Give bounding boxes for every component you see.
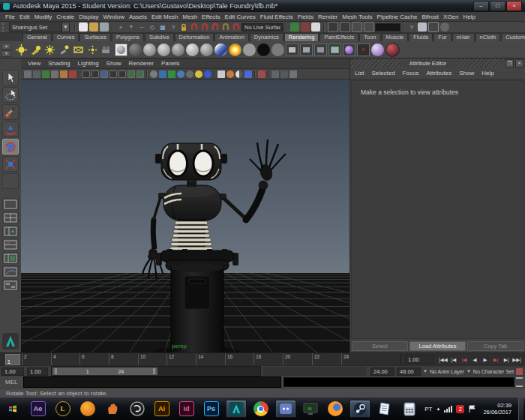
last-tool-slot[interactable] [2,173,19,189]
batch-render-icon[interactable] [343,44,356,56]
maximize-button[interactable]: □ [490,1,506,11]
menu-pipeline-cache[interactable]: Pipeline Cache [375,14,420,20]
ae-menu-selected[interactable]: Selected [371,70,399,76]
shelf-tab-animation[interactable]: Animation [214,33,248,41]
taskbar-chrome-button[interactable] [248,398,273,420]
grease-pencil-icon[interactable] [69,70,76,78]
xray-icon[interactable] [226,70,234,78]
shelf-tab-fur[interactable]: Fur [434,33,451,41]
time-ruler[interactable]: 2 4 6 8 10 12 14 16 18 20 22 24 1 [0,353,401,366]
material-sphere-6[interactable] [200,44,213,56]
network-icon[interactable] [444,406,452,412]
resolution-gate-icon[interactable] [92,70,99,78]
shaded-sphere-icon[interactable] [371,44,384,56]
shelf-tab-general[interactable]: General [22,33,52,41]
render-settings-icon[interactable] [364,22,374,32]
open-scene-icon[interactable] [89,22,98,32]
range-slider-track[interactable]: 1 24 [51,366,261,376]
render-current-frame-icon[interactable] [340,22,350,32]
shelf-tab-curves[interactable]: Curves [52,33,80,41]
step-forward-frame-button[interactable]: ▶| [501,354,512,365]
shelf-tab-nhair[interactable]: nHair [452,33,475,41]
character-set-dropdown[interactable]: No Character Set [473,369,514,374]
viewport-menu-show[interactable]: Show [103,60,125,67]
animation-end-field[interactable] [397,368,421,376]
taskbar-firefox-button[interactable] [322,398,347,420]
gear-icon[interactable] [440,22,449,32]
taskbar-maya-button[interactable] [224,398,248,420]
snap-to-view-plane-icon[interactable] [232,22,241,32]
taskbar-notepad-button[interactable] [372,398,397,420]
taskbar-league-of-legends-button[interactable]: L [50,398,75,420]
auto-keyframe-icon[interactable] [516,368,523,375]
ae-menu-focus[interactable]: Focus [403,70,424,76]
viewport-menu-renderer[interactable]: Renderer [125,60,158,67]
render-frame-icon[interactable] [286,44,298,56]
menu-set-dropdown-arrow[interactable]: ▼ [62,22,70,32]
menu-fluid-effects[interactable]: Fluid Effects [258,14,296,20]
toolbar-grip[interactable] [2,23,7,32]
minimize-button[interactable]: – [473,1,489,11]
sort-icon[interactable]: Y [407,22,416,32]
viewport-canvas[interactable]: persp [21,80,350,354]
show-desktop-button[interactable] [518,398,524,420]
snap-to-projected-center-icon[interactable] [221,22,230,32]
load-attributes-button[interactable]: Load Attributes [410,341,466,351]
textured-mode-icon[interactable] [168,70,176,78]
range-end-handle[interactable] [153,368,155,374]
viewport-menu-shading[interactable]: Shading [44,60,74,67]
taskbar-orange-app-button[interactable] [75,398,100,420]
command-language-label[interactable]: MEL [2,379,23,386]
isolate-select-icon[interactable] [218,70,225,78]
select-by-hierarchy-icon[interactable]: + [116,22,125,32]
rotate-tool-button[interactable] [2,139,19,154]
safe-action-icon[interactable] [118,70,126,78]
render-view-icon[interactable] [328,22,338,32]
paint-select-tool-button[interactable] [2,104,19,120]
close-button[interactable]: × [506,1,522,11]
quick-selection-field[interactable] [375,23,400,32]
taskbar-clock[interactable]: 02:39 26/06/2017 [480,402,514,416]
drag-handle[interactable] [350,58,400,68]
panel-restore-icon[interactable]: ❒ [506,59,514,68]
playback-start-field[interactable] [27,368,48,376]
spot-light-icon[interactable] [29,44,42,56]
shelf-tab-rendering[interactable]: Rendering [284,33,320,41]
shelf-tab-painteffects[interactable]: PaintEffects [320,33,358,41]
ipr-render-icon[interactable] [352,22,362,32]
material-sphere-2[interactable] [143,44,156,56]
ae-menu-list[interactable]: List [355,70,368,76]
step-back-key-button[interactable]: |◀ [459,354,470,365]
taskbar-steam-button[interactable] [347,398,372,420]
menu-bifrost[interactable]: Bifrost [419,14,441,20]
language-indicator[interactable]: PT [424,406,432,412]
lasso-tool-button[interactable] [2,87,19,103]
anim-layer-dropdown[interactable]: No Anim Layer [430,369,464,374]
snap-to-curve-icon[interactable] [200,22,209,32]
menu-assets[interactable]: Assets [127,14,149,20]
shelf-tab-toon[interactable]: Toon [359,33,380,41]
ae-menu-attributes[interactable]: Attributes [426,70,456,76]
taskbar-hand-app-button[interactable] [100,398,124,420]
fill-mode-icon[interactable] [136,70,144,78]
render-sequence-icon[interactable] [314,44,327,56]
new-scene-icon[interactable] [79,22,88,32]
viewport-menu-view[interactable]: View [24,60,44,67]
menu-render[interactable]: Render [316,14,340,20]
point-light-icon[interactable] [44,44,56,56]
material-sphere-4[interactable] [172,44,184,56]
layout-outliner-persp-button[interactable] [2,252,19,264]
snap-to-point-icon[interactable] [211,22,220,32]
field-chart-icon[interactable] [110,70,117,78]
shaded-mode-icon[interactable] [159,70,166,78]
current-frame-marker[interactable]: 1 [5,354,20,365]
step-back-frame-button[interactable]: |◀ [448,354,459,365]
play-forwards-button[interactable]: ▶ [480,354,490,365]
cancel-batch-render-icon[interactable]: × [357,44,370,56]
wireframe-mode-icon[interactable] [150,70,158,78]
motion-blur-icon[interactable] [204,70,212,78]
shelf-tab-deformation[interactable]: Deformation [175,33,214,41]
black-swatch-icon[interactable] [257,44,270,56]
taskbar-illustrator-button[interactable]: Ai [149,398,174,420]
ramp-sphere-icon[interactable] [214,44,227,56]
